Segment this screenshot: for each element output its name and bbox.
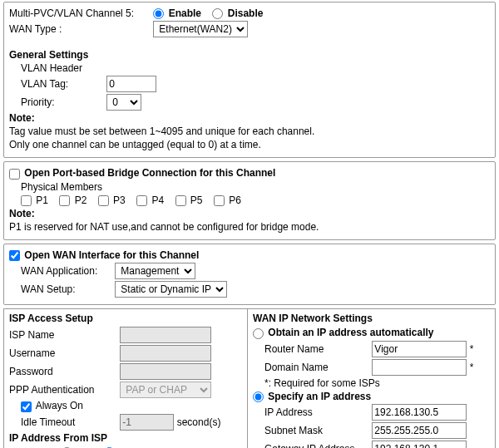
bridge-section: Open Port-based Bridge Connection for th…	[3, 161, 496, 240]
password-input[interactable]	[120, 363, 211, 380]
always-on-checkbox[interactable]	[21, 401, 32, 412]
enable-text: Enable	[169, 7, 201, 19]
wan-ip-column: WAN IP Network Settings Obtain an IP add…	[248, 308, 496, 448]
wan-type-select[interactable]: Ethernet(WAN2)	[153, 21, 248, 37]
note-line-1: Tag value must be set between 1~4095 and…	[9, 126, 490, 137]
wan-app-label: WAN Application:	[21, 265, 112, 277]
wan-open-text: Open WAN Interface for this Channel	[24, 249, 199, 261]
bridge-open-checkbox[interactable]	[9, 169, 20, 180]
specify-ip-option[interactable]: Specify an IP address	[253, 391, 371, 402]
wan-open-option[interactable]: Open WAN Interface for this Channel	[9, 249, 199, 261]
specify-ip-text: Specify an IP address	[268, 391, 371, 402]
wan-setup-label: WAN Setup:	[21, 283, 112, 295]
vlan-tag-input[interactable]	[106, 76, 156, 92]
ip-address-input[interactable]	[372, 404, 467, 421]
idle-timeout-input[interactable]	[120, 414, 174, 431]
bridge-note-1: P1 is reserved for NAT use,and cannot be…	[9, 221, 490, 233]
isp-name-label: ISP Name	[9, 329, 117, 341]
idle-timeout-label: Idle Timeout	[21, 416, 117, 428]
idle-unit-text: second(s)	[177, 416, 221, 428]
ppp-auth-select[interactable]: PAP or CHAP	[120, 382, 211, 398]
note-line-2: Only one channel can be untagged (equal …	[9, 139, 490, 150]
members-label: Physical Members	[21, 181, 490, 193]
vlan-tag-label: VLAN Tag:	[21, 78, 104, 90]
p2-checkbox[interactable]	[59, 195, 70, 206]
password-label: Password	[9, 366, 117, 377]
p4-checkbox[interactable]	[136, 195, 147, 206]
vlan-header-label: VLAN Header	[21, 62, 104, 74]
domain-name-input[interactable]	[372, 359, 467, 376]
header-section: Multi-PVC/VLAN Channel 5: Enable Disable…	[3, 2, 496, 158]
gateway-input[interactable]	[372, 441, 467, 448]
username-label: Username	[9, 347, 117, 359]
net-title: WAN IP Network Settings	[253, 313, 490, 324]
subnet-input[interactable]	[372, 422, 467, 439]
general-title: General Settings	[9, 49, 490, 61]
bridge-open-text: Open Port-based Bridge Connection for th…	[24, 167, 275, 179]
note-title-2: Note:	[9, 208, 490, 219]
domain-name-label: Domain Name	[264, 362, 369, 373]
wan-open-checkbox[interactable]	[9, 250, 20, 261]
p5-checkbox[interactable]	[175, 195, 186, 206]
isp-access-column: ISP Access Setup ISP Name Username Passw…	[3, 308, 248, 448]
disable-option[interactable]: Disable	[212, 7, 263, 19]
p3-checkbox[interactable]	[98, 195, 109, 206]
ppp-auth-label: PPP Authentication	[9, 384, 117, 396]
obtain-ip-radio[interactable]	[253, 328, 264, 339]
priority-label: Priority:	[21, 96, 104, 108]
isp-title: ISP Access Setup	[9, 313, 242, 324]
port-p5[interactable]: P5	[175, 194, 203, 206]
wan-interface-section: Open WAN Interface for this Channel WAN …	[3, 244, 496, 305]
router-star: *	[467, 343, 473, 355]
port-p6[interactable]: P6	[214, 194, 241, 206]
enable-radio[interactable]	[153, 8, 164, 19]
wan-setup-select[interactable]: Static or Dynamic IP	[115, 281, 227, 298]
domain-star: *	[467, 362, 473, 373]
disable-text: Disable	[228, 7, 264, 19]
router-name-label: Router Name	[264, 343, 369, 355]
port-p4[interactable]: P4	[136, 194, 164, 206]
channel-label: Multi-PVC/VLAN Channel 5:	[9, 7, 151, 19]
enable-option[interactable]: Enable	[153, 7, 204, 19]
always-on-option[interactable]: Always On	[21, 400, 83, 411]
ip-address-label: IP Address	[264, 406, 369, 418]
gateway-label: Gateway IP Address	[264, 443, 369, 448]
ip-from-isp-title: IP Address From ISP	[9, 432, 242, 444]
wan-app-select[interactable]: Management	[115, 263, 195, 279]
p1-checkbox[interactable]	[21, 195, 32, 206]
obtain-ip-text: Obtain an IP address automatically	[268, 327, 433, 338]
priority-select[interactable]: 0	[106, 94, 141, 111]
p6-checkbox[interactable]	[214, 195, 225, 206]
obtain-ip-option[interactable]: Obtain an IP address automatically	[253, 327, 434, 338]
specify-ip-radio[interactable]	[253, 391, 264, 402]
port-p1[interactable]: P1	[21, 194, 48, 206]
disable-radio[interactable]	[212, 8, 223, 19]
port-p2[interactable]: P2	[59, 194, 86, 206]
isp-name-input[interactable]	[120, 327, 211, 343]
note-title-1: Note:	[9, 112, 490, 124]
bridge-open-option[interactable]: Open Port-based Bridge Connection for th…	[9, 167, 275, 179]
port-p3[interactable]: P3	[98, 194, 126, 206]
required-note: *: Required for some ISPs	[264, 377, 490, 389]
subnet-label: Subnet Mask	[264, 425, 369, 436]
wan-type-label: WAN Type :	[9, 23, 151, 35]
username-input[interactable]	[120, 345, 211, 362]
bottom-columns: ISP Access Setup ISP Name Username Passw…	[3, 308, 496, 448]
always-on-text: Always On	[36, 400, 83, 411]
router-name-input[interactable]	[372, 341, 467, 357]
